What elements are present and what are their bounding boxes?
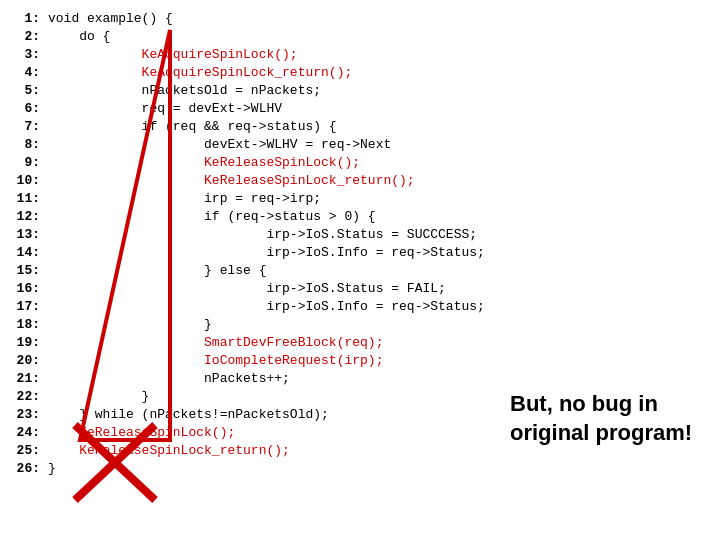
table-row: 2: do { xyxy=(10,28,490,46)
line-code: irp->IoS.Info = req->Status; xyxy=(48,244,485,262)
table-row: 4: KeAcquireSpinLock_return(); xyxy=(10,64,490,82)
line-number: 7: xyxy=(10,118,40,136)
line-code: irp->IoS.Info = req->Status; xyxy=(48,298,485,316)
line-number: 16: xyxy=(10,280,40,298)
annotation-bubble: But, no bug in original program! xyxy=(510,390,700,447)
line-number: 3: xyxy=(10,46,40,64)
table-row: 26:} xyxy=(10,460,490,478)
line-code: KeReleaseSpinLock(); xyxy=(48,424,235,442)
line-number: 5: xyxy=(10,82,40,100)
line-code: if (req->status > 0) { xyxy=(48,208,376,226)
table-row: 12: if (req->status > 0) { xyxy=(10,208,490,226)
line-code: } xyxy=(48,316,212,334)
table-row: 23: } while (nPackets!=nPacketsOld); xyxy=(10,406,490,424)
line-number: 22: xyxy=(10,388,40,406)
table-row: 25: KeReleaseSpinLock_return(); xyxy=(10,442,490,460)
table-row: 5: nPacketsOld = nPackets; xyxy=(10,82,490,100)
table-row: 16: irp->IoS.Status = FAIL; xyxy=(10,280,490,298)
table-row: 22: } xyxy=(10,388,490,406)
line-number: 20: xyxy=(10,352,40,370)
line-code: } while (nPackets!=nPacketsOld); xyxy=(48,406,329,424)
line-code: } xyxy=(48,388,149,406)
table-row: 11: irp = req->irp; xyxy=(10,190,490,208)
table-row: 24: KeReleaseSpinLock(); xyxy=(10,424,490,442)
line-number: 4: xyxy=(10,64,40,82)
line-number: 11: xyxy=(10,190,40,208)
line-number: 23: xyxy=(10,406,40,424)
line-number: 10: xyxy=(10,172,40,190)
line-number: 24: xyxy=(10,424,40,442)
code-area: 1:void example() {2: do {3: KeAcquireSpi… xyxy=(10,10,490,478)
line-code: KeAcquireSpinLock(); xyxy=(48,46,298,64)
table-row: 19: SmartDevFreeBlock(req); xyxy=(10,334,490,352)
line-number: 26: xyxy=(10,460,40,478)
table-row: 7: if (req && req->status) { xyxy=(10,118,490,136)
line-number: 13: xyxy=(10,226,40,244)
line-number: 14: xyxy=(10,244,40,262)
table-row: 18: } xyxy=(10,316,490,334)
bubble-text: But, no bug in original program! xyxy=(510,391,692,445)
table-row: 3: KeAcquireSpinLock(); xyxy=(10,46,490,64)
table-row: 10: KeReleaseSpinLock_return(); xyxy=(10,172,490,190)
line-code: KeReleaseSpinLock_return(); xyxy=(48,172,415,190)
table-row: 13: irp->IoS.Status = SUCCCESS; xyxy=(10,226,490,244)
line-number: 21: xyxy=(10,370,40,388)
line-number: 18: xyxy=(10,316,40,334)
line-code: irp = req->irp; xyxy=(48,190,321,208)
line-number: 19: xyxy=(10,334,40,352)
line-code: irp->IoS.Status = FAIL; xyxy=(48,280,446,298)
line-code: req = devExt->WLHV xyxy=(48,100,282,118)
table-row: 6: req = devExt->WLHV xyxy=(10,100,490,118)
table-row: 1:void example() { xyxy=(10,10,490,28)
line-code: void example() { xyxy=(48,10,173,28)
line-code: SmartDevFreeBlock(req); xyxy=(48,334,383,352)
line-number: 25: xyxy=(10,442,40,460)
line-code: KeReleaseSpinLock_return(); xyxy=(48,442,290,460)
line-number: 12: xyxy=(10,208,40,226)
table-row: 9: KeReleaseSpinLock(); xyxy=(10,154,490,172)
line-code: irp->IoS.Status = SUCCCESS; xyxy=(48,226,477,244)
line-code: nPackets++; xyxy=(48,370,290,388)
line-number: 15: xyxy=(10,262,40,280)
line-code: devExt->WLHV = req->Next xyxy=(48,136,391,154)
line-code: KeReleaseSpinLock(); xyxy=(48,154,360,172)
line-number: 8: xyxy=(10,136,40,154)
table-row: 21: nPackets++; xyxy=(10,370,490,388)
line-code: KeAcquireSpinLock_return(); xyxy=(48,64,352,82)
line-code: } xyxy=(48,460,56,478)
line-code: } else { xyxy=(48,262,266,280)
line-number: 9: xyxy=(10,154,40,172)
table-row: 15: } else { xyxy=(10,262,490,280)
table-row: 8: devExt->WLHV = req->Next xyxy=(10,136,490,154)
line-code: IoCompleteRequest(irp); xyxy=(48,352,383,370)
line-number: 2: xyxy=(10,28,40,46)
line-code: do { xyxy=(48,28,110,46)
table-row: 14: irp->IoS.Info = req->Status; xyxy=(10,244,490,262)
line-number: 1: xyxy=(10,10,40,28)
line-code: if (req && req->status) { xyxy=(48,118,337,136)
line-code: nPacketsOld = nPackets; xyxy=(48,82,321,100)
table-row: 20: IoCompleteRequest(irp); xyxy=(10,352,490,370)
line-number: 6: xyxy=(10,100,40,118)
line-number: 17: xyxy=(10,298,40,316)
table-row: 17: irp->IoS.Info = req->Status; xyxy=(10,298,490,316)
